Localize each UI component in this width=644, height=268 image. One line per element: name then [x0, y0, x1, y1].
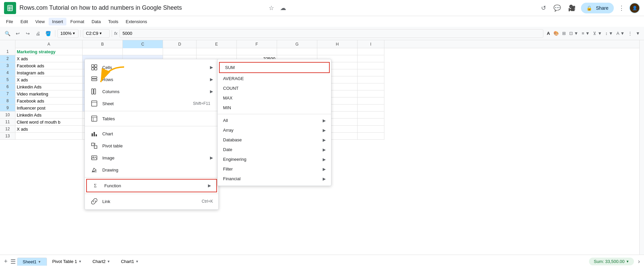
history-button[interactable]: ↺	[539, 2, 548, 14]
print-button[interactable]: 🖨	[33, 29, 43, 38]
collapse-button[interactable]: ›	[637, 257, 641, 266]
menu-item-tools[interactable]: Tools	[105, 18, 121, 25]
col-header-f[interactable]: F	[237, 40, 277, 48]
text-color-button[interactable]: A ▼	[615, 29, 626, 37]
cell-d1[interactable]	[163, 48, 197, 55]
insert-item-sheet[interactable]: Sheet Shift+F11	[85, 97, 218, 110]
sheet-tab-chart2[interactable]: Chart2 ▼	[87, 258, 116, 265]
cell-i2[interactable]	[358, 55, 384, 62]
cell-i9[interactable]	[358, 105, 384, 112]
menu-item-edit[interactable]: Edit	[17, 18, 31, 25]
col-header-e[interactable]: E	[197, 40, 237, 48]
cell-i10[interactable]	[358, 112, 384, 119]
row-num-5[interactable]: 5	[0, 76, 15, 83]
merge-button[interactable]: ⊡ ▼	[568, 29, 580, 37]
add-sheet-button[interactable]: +	[3, 257, 9, 266]
row-num-4[interactable]: 4	[0, 69, 15, 76]
col-header-h[interactable]: H	[317, 40, 358, 48]
cell-i1[interactable]	[358, 48, 384, 55]
insert-item-function[interactable]: Σ Function ▶	[86, 179, 217, 192]
redo-button[interactable]: ↪	[23, 29, 33, 38]
cell-g1[interactable]	[277, 48, 317, 55]
sheet-menu-button[interactable]: ☰	[9, 257, 17, 267]
menu-item-extensions[interactable]: Extensions	[122, 18, 151, 25]
row-num-7[interactable]: 7	[0, 90, 15, 97]
more-formats-button[interactable]: ⋮	[627, 29, 634, 37]
row-num-11[interactable]: 11	[0, 119, 15, 126]
zoom-selector[interactable]: 100% ▼	[57, 29, 78, 38]
row-num-2[interactable]: 2	[0, 55, 15, 62]
cell-a3[interactable]: Facebook ads	[15, 62, 83, 69]
cell-a12[interactable]: X ads	[15, 126, 83, 133]
cell-i4[interactable]	[358, 69, 384, 76]
menu-item-insert[interactable]: Insert	[49, 18, 66, 25]
cell-i6[interactable]	[358, 83, 384, 90]
func-item-all[interactable]: All ▶	[218, 116, 331, 125]
menu-item-data[interactable]: Data	[88, 18, 104, 25]
cell-b1[interactable]	[83, 48, 123, 55]
sheet-tab-chart1[interactable]: Chart1 ▼	[116, 258, 144, 265]
insert-item-chart[interactable]: Chart	[85, 128, 218, 140]
cell-i7[interactable]	[358, 90, 384, 97]
cell-i12[interactable]	[358, 126, 384, 133]
meet-button[interactable]: 🎥	[566, 2, 578, 14]
func-item-database[interactable]: Database ▶	[218, 135, 331, 145]
row-num-10[interactable]: 10	[0, 112, 15, 119]
share-button[interactable]: 🔒 Share	[581, 3, 614, 13]
insert-item-rows[interactable]: Rows ▶	[85, 73, 218, 85]
row-num-9[interactable]: 9	[0, 105, 15, 112]
more-options-button[interactable]: ⋮	[617, 3, 626, 13]
func-item-min[interactable]: MIN	[218, 103, 331, 113]
func-item-array[interactable]: Array ▶	[218, 125, 331, 135]
fill-color-button[interactable]: 🎨	[552, 29, 560, 37]
row-num-12[interactable]: 12	[0, 126, 15, 133]
sum-display[interactable]: Sum: 33,500.00 ▼	[589, 258, 634, 265]
row-num-6[interactable]: 6	[0, 83, 15, 90]
row-num-3[interactable]: 3	[0, 62, 15, 69]
sheet-tab-pivot1[interactable]: Pivot Table 1 ▼	[47, 258, 87, 265]
col-header-c[interactable]: C	[123, 40, 163, 48]
cell-a9[interactable]: Influencer post	[15, 105, 83, 112]
cell-i11[interactable]	[358, 119, 384, 126]
sheet-tab-sheet1[interactable]: Sheet1 ▼	[17, 258, 47, 266]
func-item-max[interactable]: MAX	[218, 93, 331, 103]
search-button[interactable]: 🔍	[3, 29, 12, 38]
cell-a4[interactable]: Instagram ads	[15, 69, 83, 76]
insert-item-cells[interactable]: Cells ▶	[85, 61, 218, 73]
formula-bar[interactable]: 5000	[119, 29, 543, 38]
insert-item-image[interactable]: Image ▶	[85, 152, 218, 164]
func-item-sum[interactable]: SUM	[219, 62, 330, 73]
func-item-financial[interactable]: Financial ▶	[218, 174, 331, 184]
insert-item-pivot[interactable]: Pivot table	[85, 140, 218, 152]
func-item-average[interactable]: AVERAGE	[218, 74, 331, 83]
cell-h1[interactable]	[317, 48, 358, 55]
cell-a10[interactable]: Linkedin Ads	[15, 112, 83, 119]
undo-button[interactable]: ↩	[13, 29, 22, 38]
chevron-down-button[interactable]: ▼	[634, 29, 641, 37]
paint-format-button[interactable]: 🪣	[43, 29, 53, 38]
menu-item-format[interactable]: Format	[67, 18, 88, 25]
cell-a2[interactable]: X ads	[15, 55, 83, 62]
insert-item-drawing[interactable]: Drawing	[85, 164, 218, 176]
vertical-scrollbar[interactable]	[639, 40, 644, 255]
borders-button[interactable]: ⊞	[561, 29, 567, 37]
menu-item-view[interactable]: View	[32, 18, 48, 25]
cell-a5[interactable]: X ads	[15, 76, 83, 83]
text-rotate-button[interactable]: ↕ ▼	[604, 29, 614, 37]
cell-a11[interactable]: Client word of mouth b	[15, 119, 83, 126]
cell-c1[interactable]	[123, 48, 163, 55]
col-header-b[interactable]: B	[83, 40, 123, 48]
cell-a8[interactable]: Facebook ads	[15, 97, 83, 105]
func-item-engineering[interactable]: Engineering ▶	[218, 154, 331, 164]
insert-item-link[interactable]: Link Ctrl+K	[85, 195, 218, 207]
align-button[interactable]: ≡ ▼	[580, 29, 591, 37]
func-item-date[interactable]: Date ▶	[218, 145, 331, 154]
func-item-count[interactable]: COUNT	[218, 83, 331, 93]
valign-button[interactable]: ⊻ ▼	[592, 29, 603, 37]
col-header-g[interactable]: G	[277, 40, 317, 48]
row-num-1[interactable]: 1	[0, 48, 15, 55]
cell-a1[interactable]: Marketing strategy	[15, 48, 83, 55]
cell-a13[interactable]	[15, 133, 83, 140]
col-header-d[interactable]: D	[163, 40, 197, 48]
col-header-a[interactable]: A	[15, 40, 83, 48]
